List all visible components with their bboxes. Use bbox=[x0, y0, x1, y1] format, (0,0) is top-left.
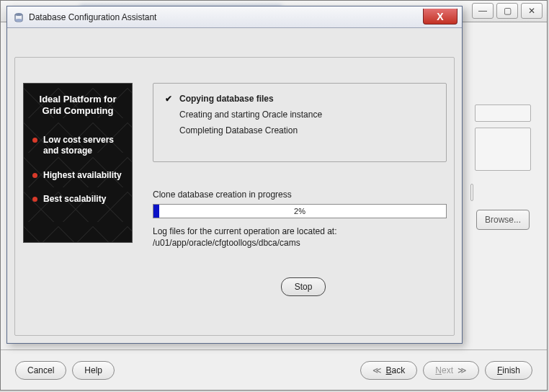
promo-panel: Ideal Platform for Grid Computing Low co… bbox=[23, 83, 133, 243]
ghost-field-1 bbox=[475, 104, 531, 122]
parent-window-controls: — ▢ ✕ bbox=[472, 3, 543, 19]
promo-bullet-text: Best scalability bbox=[43, 194, 106, 205]
maximize-button[interactable]: ▢ bbox=[496, 3, 518, 19]
close-button[interactable]: X bbox=[423, 9, 458, 24]
step-label: Creating and starting Oracle instance bbox=[179, 110, 322, 120]
minimize-button[interactable]: — bbox=[472, 3, 494, 19]
promo-bullet-0: Low cost servers and storage bbox=[32, 135, 123, 157]
bullet-dot-icon bbox=[32, 173, 37, 178]
log-text: Log files for the current operation are … bbox=[153, 226, 447, 249]
step-label: Completing Database Creation bbox=[179, 125, 298, 135]
dbca-modal: Database Configuration Assistant X Ideal… bbox=[6, 6, 463, 344]
bullet-dot-icon bbox=[32, 197, 37, 202]
steps-box: ✔ Copying database files Creating and st… bbox=[153, 83, 447, 162]
help-button[interactable]: Help bbox=[72, 361, 115, 380]
back-button[interactable]: ≪ Back bbox=[360, 361, 418, 380]
step-label: Copying database files bbox=[179, 94, 274, 104]
progress-text: 2% bbox=[153, 205, 446, 218]
finish-button[interactable]: Finish bbox=[485, 361, 532, 380]
chevron-left-icon: ≪ bbox=[372, 365, 382, 375]
promo-bullet-text: Highest availability bbox=[43, 170, 122, 182]
check-icon: ✔ bbox=[164, 94, 174, 104]
chevron-right-icon: ≫ bbox=[458, 365, 467, 375]
modal-title: Database Configuration Assistant bbox=[29, 12, 156, 22]
next-label: Next bbox=[435, 365, 453, 375]
promo-bullet-2: Best scalability bbox=[32, 194, 123, 205]
progress-bar: 2% bbox=[153, 204, 447, 218]
modal-titlebar[interactable]: Database Configuration Assistant X bbox=[7, 6, 462, 28]
step-row-2: Completing Database Creation bbox=[164, 122, 436, 138]
bullet-dot-icon bbox=[32, 138, 37, 143]
finish-label: Finish bbox=[497, 365, 520, 375]
app-icon bbox=[13, 12, 24, 23]
promo-title: Ideal Platform for Grid Computing bbox=[32, 94, 123, 117]
log-path: /u01/app/oracle/cfgtoollogs/dbca/cams bbox=[153, 238, 300, 248]
svg-point-0 bbox=[15, 13, 22, 16]
promo-bullet-text: Low cost servers and storage bbox=[43, 135, 123, 157]
back-label: Back bbox=[386, 365, 406, 375]
browse-button[interactable]: Browse... bbox=[476, 210, 530, 230]
progress-label: Clone database creation in progress bbox=[153, 190, 292, 200]
stop-button[interactable]: Stop bbox=[281, 277, 326, 296]
parent-close-button[interactable]: ✕ bbox=[521, 3, 543, 19]
wizard-button-bar: Cancel Help ≪ Back Next ≫ Finish bbox=[1, 349, 547, 390]
svg-point-1 bbox=[15, 19, 22, 22]
ghost-field-3 bbox=[470, 184, 473, 201]
step-row-1: Creating and starting Oracle instance bbox=[164, 107, 436, 122]
ghost-field-2 bbox=[475, 128, 531, 171]
modal-body: Ideal Platform for Grid Computing Low co… bbox=[7, 28, 462, 343]
promo-bullet-1: Highest availability bbox=[32, 170, 123, 182]
log-msg: Log files for the current operation are … bbox=[153, 226, 337, 236]
next-button: Next ≫ bbox=[423, 361, 479, 380]
cancel-button[interactable]: Cancel bbox=[15, 361, 66, 380]
step-row-0: ✔ Copying database files bbox=[164, 91, 436, 107]
